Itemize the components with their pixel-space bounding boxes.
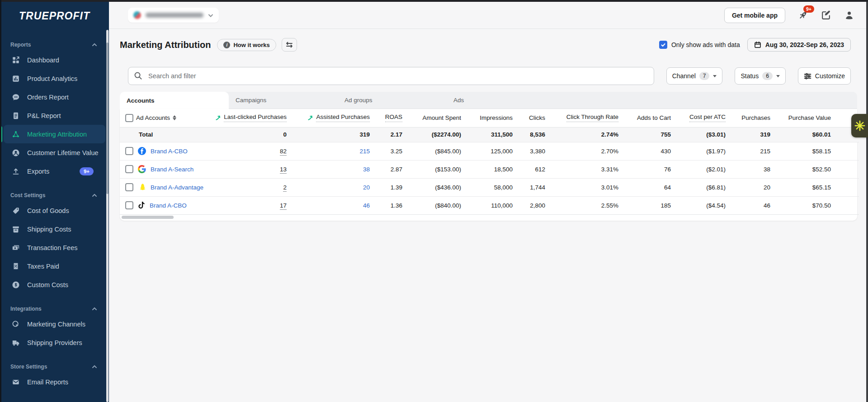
tab-campaigns[interactable]: Campaigns	[229, 92, 338, 109]
table-scrollbar-thumb[interactable]	[122, 216, 174, 219]
status-filter-dropdown[interactable]: Status 6	[735, 67, 785, 85]
table-header-row: Ad Accounts Last-clicked Purchases	[120, 109, 859, 127]
channel-count-badge: 7	[699, 72, 710, 80]
sidebar-section-header-integrations[interactable]: Integrations	[0, 303, 109, 315]
sidebar-item-email-reports[interactable]: Email Reports	[4, 373, 105, 391]
sidebar-item-customer-lifetime-value[interactable]: Customer Lifetime Value	[4, 143, 105, 162]
topbar: Get mobile app 9+	[109, 2, 866, 29]
compare-toggle-button[interactable]	[282, 38, 297, 52]
cell-purchase-value: $70.50	[770, 196, 859, 214]
cell-purchases: 46	[726, 196, 770, 214]
how-it-works-button[interactable]: i How it works	[217, 39, 276, 51]
column-label: Clicks	[529, 114, 545, 121]
cell-clicks: 8,536	[513, 127, 545, 142]
row-checkbox[interactable]	[125, 165, 133, 173]
sidebar-section-header-cost-settings[interactable]: Cost Settings	[0, 189, 109, 201]
column-header-click-through-rate[interactable]: Click Through Rate	[545, 109, 618, 127]
cell-amount-spent: ($153.00)	[402, 160, 461, 178]
table-horizontal-scrollbar	[120, 215, 857, 221]
column-header-cost-per-atc[interactable]: Cost per ATC	[671, 109, 726, 127]
column-header-purchases: Purchases	[726, 109, 770, 127]
sidebar-section-header-reports[interactable]: Reports	[0, 39, 109, 51]
account-button[interactable]	[844, 10, 854, 21]
column-header-roas[interactable]: ROAS	[370, 109, 402, 127]
sidebar-item-dashboard[interactable]: Dashboard	[4, 51, 105, 69]
cell-last-clicked[interactable]: 13	[208, 160, 287, 178]
attribution-table-card: Ad Accounts Last-clicked Purchases	[120, 109, 857, 221]
cell-assisted[interactable]: 20	[287, 178, 370, 196]
column-header-last-clicked-purchases[interactable]: Last-clicked Purchases	[208, 109, 287, 127]
column-header-assisted-purchases[interactable]: Assisted Purchases	[287, 109, 370, 127]
feedback-widget-button[interactable]	[851, 114, 868, 137]
select-all-checkbox[interactable]	[125, 114, 133, 122]
sidebar-item-transaction-fees[interactable]: Transaction Fees	[4, 238, 105, 257]
store-selector[interactable]	[128, 8, 219, 23]
sidebar-section-integrations: Integrations Marketing Channels Shipping…	[0, 303, 109, 352]
content: Marketing Attribution i How it works Onl…	[109, 38, 866, 221]
cell-ctr: 2.70%	[545, 142, 618, 160]
info-icon: i	[223, 42, 230, 48]
cell-roas: 3.25	[370, 142, 402, 160]
sidebar-item-product-analytics[interactable]: Product Analytics	[4, 69, 105, 88]
search-icon	[134, 71, 142, 80]
page-header: Marketing Attribution i How it works Onl…	[120, 38, 857, 52]
ad-account-link[interactable]: Brand A-Search	[151, 166, 193, 173]
sidebar-item-shipping-costs[interactable]: Shipping Costs	[4, 220, 105, 238]
changelog-button[interactable]	[821, 10, 831, 21]
column-label: Adds to Cart	[637, 114, 671, 121]
search-input[interactable]	[128, 67, 654, 85]
table-row: Brand A-Search 13 38 2.87 ($153.00) 18,5…	[120, 160, 859, 178]
attribution-table: Ad Accounts Last-clicked Purchases	[120, 109, 859, 215]
exports-count-badge: 9+	[80, 167, 94, 175]
sidebar-scrollbar-thumb[interactable]	[106, 43, 108, 194]
cash-icon	[11, 243, 20, 252]
get-mobile-app-button[interactable]: Get mobile app	[724, 8, 785, 23]
column-header-ad-accounts[interactable]: Ad Accounts	[120, 109, 208, 127]
cell-last-clicked[interactable]: 17	[208, 196, 287, 214]
sidebar-item-orders-report[interactable]: Orders Report	[4, 88, 105, 106]
cell-roas: 2.87	[370, 160, 402, 178]
tab-ad-groups[interactable]: Ad groups	[338, 92, 447, 109]
store-icon	[133, 11, 141, 19]
sidebar-item-taxes-paid[interactable]: Taxes Paid	[4, 257, 105, 275]
only-show-ads-checkbox[interactable]	[659, 41, 667, 49]
ad-account-link[interactable]: Brand A-CBO	[151, 148, 188, 155]
tab-ads[interactable]: Ads	[447, 92, 556, 109]
only-show-ads-checkbox-row[interactable]: Only show ads with data	[659, 41, 740, 49]
date-range-button[interactable]: Aug 30, 2022-Sep 26, 2023	[747, 38, 851, 52]
cell-assisted[interactable]: 46	[287, 196, 370, 214]
sidebar-item-cost-of-goods[interactable]: Cost of Goods	[4, 201, 105, 220]
sidebar-item-label: Email Reports	[27, 378, 68, 386]
row-checkbox[interactable]	[125, 183, 133, 191]
tab-accounts[interactable]: Accounts	[120, 92, 229, 109]
cell-roas: 1.39	[370, 178, 402, 196]
how-it-works-label: How it works	[233, 42, 269, 48]
sidebar-item-pnl-report[interactable]: P&L Report	[4, 106, 105, 125]
cell-impressions: 110,000	[461, 196, 513, 214]
sidebar: TRUEPROFIT Reports Dashboard Product Ana…	[0, 0, 109, 402]
cell-assisted[interactable]: 215	[287, 142, 370, 160]
chevron-up-icon	[92, 306, 97, 312]
cell-atc: 755	[618, 127, 671, 142]
row-checkbox[interactable]	[125, 147, 133, 155]
sidebar-item-custom-costs[interactable]: Custom Costs	[4, 275, 105, 294]
sidebar-item-exports[interactable]: Exports 9+	[4, 162, 105, 180]
sidebar-item-marketing-attribution[interactable]: Marketing Attribution	[4, 125, 105, 143]
whats-new-button[interactable]: 9+	[797, 10, 808, 21]
dollar-circle-icon	[11, 280, 20, 289]
ad-account-link[interactable]: Brand A-CBO	[150, 202, 187, 209]
sidebar-item-shipping-providers[interactable]: Shipping Providers	[4, 333, 105, 352]
cell-last-clicked[interactable]: 82	[208, 142, 287, 160]
sidebar-section-header-store-settings[interactable]: Store Settings	[0, 361, 109, 373]
cell-cost-per-atc: ($4.54)	[671, 196, 726, 214]
row-checkbox[interactable]	[125, 201, 133, 209]
ad-account-link[interactable]: Brand A-Advantage	[151, 184, 203, 191]
customize-button[interactable]: Customize	[798, 67, 851, 85]
cell-amount-spent: ($845.00)	[402, 142, 461, 160]
cell-last-clicked[interactable]: 2	[208, 178, 287, 196]
channel-filter-dropdown[interactable]: Channel 7	[666, 67, 723, 85]
cell-assisted[interactable]: 38	[287, 160, 370, 178]
sidebar-item-marketing-channels[interactable]: Marketing Channels	[4, 315, 105, 333]
trueprofit-logo[interactable]: TRUEPROFIT	[0, 2, 109, 30]
column-label: Click Through Rate	[566, 114, 618, 122]
